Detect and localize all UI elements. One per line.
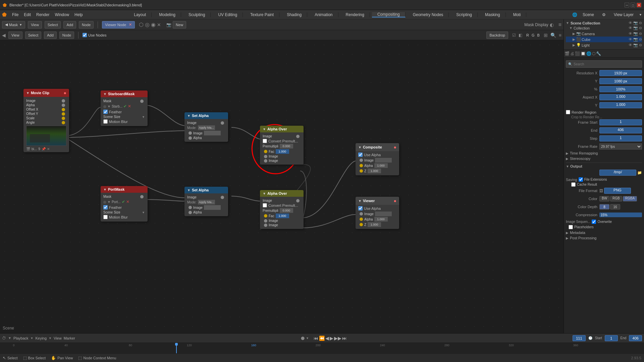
tab-scripting[interactable]: Scripting [451,12,478,17]
col-render-icon[interactable]: 📷 [633,26,638,30]
object-props-icon[interactable]: ⬡ [592,51,595,56]
next-key-icon[interactable]: ▶▶ [334,336,341,341]
render-icon[interactable]: 📷 [633,21,638,25]
port-x-icon[interactable]: ✕ [126,199,129,204]
ao2-image-in-socket[interactable] [264,219,267,223]
viewer-image-socket[interactable] [360,212,363,216]
file-extensions-checkbox[interactable] [579,177,583,182]
ao2-fac-value[interactable]: 1.000 [276,214,289,218]
collapse-icon9[interactable]: ▼ [358,199,362,203]
rgb-btn[interactable]: RGB [610,196,622,201]
ao2-convert-premul-checkbox[interactable] [263,203,267,207]
port-motion-blur-checkbox[interactable] [103,215,108,219]
premultiply-value[interactable]: 0.000 [280,144,293,148]
backdrop-btn[interactable]: Backdrop [486,32,508,39]
view-layer-props-icon[interactable]: ⬛ [575,51,580,56]
clip-close-icon[interactable]: ✕ [47,147,50,151]
collapse-icon[interactable]: ▼ [26,91,30,95]
transport-controls[interactable]: ⏮ ⏪ ◀ ▶ ▶▶ ⏭ [314,336,347,341]
channel-b[interactable]: B [537,33,539,37]
overwrite-checkbox[interactable] [592,220,596,224]
convert-premul-checkbox[interactable] [263,139,267,143]
keying-btn[interactable]: Keying [35,336,47,340]
menu-window[interactable]: Window [55,12,69,17]
light-render-icon[interactable]: 📷 [633,43,638,47]
prev-key-icon[interactable]: ◀ [325,336,329,341]
frame-rate-select[interactable]: 29.97 fps 24 fps 30 fps 60 fps [599,143,642,149]
titlebar-controls[interactable]: ─ □ ✕ [625,3,641,7]
socket-image-out[interactable] [62,99,65,103]
depth-8-btn[interactable]: 8 [599,204,609,209]
menu-file[interactable]: File [12,12,18,17]
composite-z-socket[interactable] [360,169,363,173]
resolution-y-value[interactable]: 1080 px [599,78,642,84]
sa2-mode-value[interactable]: Apply Ma... [198,200,215,204]
props-search-input[interactable] [574,62,640,66]
ao2-premultiply-value[interactable]: 0.000 [280,208,293,213]
light-eye-icon[interactable]: 👁 [629,43,632,47]
play-icon[interactable]: ▶ [330,336,333,341]
ao1-image-socket[interactable] [296,135,300,138]
tab-modeling[interactable]: Modeling [154,12,181,17]
marker-btn[interactable]: Marker [64,336,75,340]
set-alpha1-header[interactable]: ▼ Set Alpha [184,112,228,119]
composite-image-socket[interactable] [360,159,363,162]
viewer-alpha-value[interactable]: 1.000 [374,217,388,222]
feather-row[interactable]: Feather [103,110,145,114]
resolution-x-value[interactable]: 1920 px [599,70,642,76]
browse-folder-icon[interactable]: 📁 [637,171,642,175]
viewer-node-btn[interactable]: Viewer Node ✕ [102,21,135,28]
new-btn[interactable]: New [173,21,186,28]
ao1-fac-socket[interactable] [264,150,267,153]
cube-arrow-icon[interactable]: ▶ [573,38,575,41]
close-button[interactable]: ✕ [637,3,641,7]
ao2-convert-premul-row[interactable]: Convert Premult... [263,203,301,207]
tab-sculpting[interactable]: Sculpting [183,12,211,17]
motion-blur-row[interactable]: Motion Blur [103,119,145,124]
sa2-image-socket[interactable] [221,196,224,199]
socket-angle-out[interactable] [62,121,65,124]
playback-btn[interactable]: Playback [13,336,29,340]
depth-16-btn[interactable]: 16 [610,204,620,209]
tab-layout[interactable]: Layout [128,12,152,17]
node-set-alpha-1[interactable]: ▼ Set Alpha Image Mode: Apply Ma... Imag… [184,112,228,142]
node-set-alpha-2[interactable]: ▼ Set Alpha Image Mode: Apply Ma... Imag… [184,187,228,216]
tab-geometry[interactable]: Geometry Nodes [408,12,449,17]
cam-eye-icon[interactable]: 👁 [629,32,632,36]
view-btn[interactable]: View [54,336,62,340]
tab-animation[interactable]: Animation [309,12,338,17]
time-remapping-row[interactable]: ▶ Time Remapping [566,151,642,155]
use-nodes-checkbox[interactable] [83,33,87,37]
light-arrow-icon[interactable]: ▶ [573,43,575,47]
tab-texturepaint[interactable]: Texture Paint [245,12,279,17]
channel-r[interactable]: R [526,33,529,37]
cube-item[interactable]: ▶ ⬛ Cube 👁 📷 ⊖ [566,37,642,42]
current-frame[interactable]: 111 [573,335,586,341]
timeline-ruler[interactable]: 0 40 80 120 160 200 240 280 320 360 [0,343,644,353]
sa2-alpha-socket[interactable] [189,211,192,214]
node-movie-clip[interactable]: ▼ Movie Clip ● Image Alpha Offset X O [23,89,69,152]
stereoscopy-row[interactable]: ▶ Stereoscopy [566,157,642,161]
port-feather-row[interactable]: Feather [103,205,145,209]
port-motion-blur-row[interactable]: Motion Blur [103,215,145,219]
output-props-icon[interactable]: 🖨 [570,51,574,56]
aspect-y-value[interactable]: 1.000 [599,102,642,108]
add-btn[interactable]: Add [63,21,76,28]
end-frame[interactable]: 406 [629,335,642,341]
select-btn[interactable]: Select [45,21,61,28]
tab-moti[interactable]: Moti [508,12,527,17]
socket-offsety-out[interactable] [62,112,65,116]
collapse-icon5[interactable]: ▼ [187,188,191,192]
tab-shading[interactable]: Shading [281,12,307,17]
ao2-image-socket[interactable] [296,199,300,202]
cache-result-row[interactable]: Cache Result [571,182,642,187]
port-scene-size-dropdown[interactable]: ▼ [142,211,145,214]
composite-alpha-value[interactable]: 1.000 [374,163,388,168]
port-check-icon[interactable]: ✔ [122,199,125,204]
sa1-alpha-socket[interactable] [189,136,192,140]
camera-arrow-icon[interactable]: ▶ [573,32,575,36]
placeholders-checkbox[interactable] [569,225,573,229]
scene-size-dropdown[interactable]: ▼ [142,115,145,119]
output-path-value[interactable]: /tmp/ [599,170,636,176]
view-btn[interactable]: View [28,21,42,28]
